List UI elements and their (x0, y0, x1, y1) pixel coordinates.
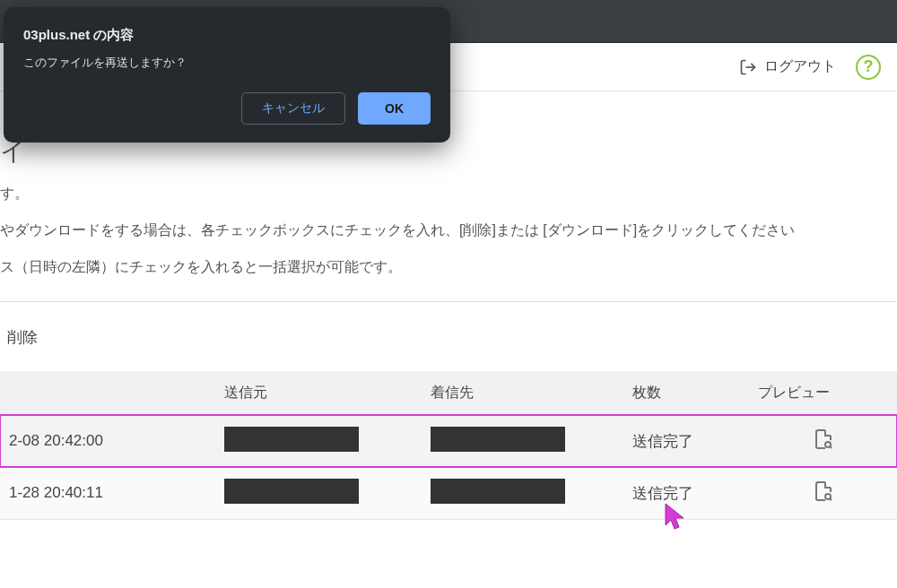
cell-preview (749, 415, 897, 467)
cell-status: 送信完了 (623, 467, 749, 519)
col-sender: 送信元 (215, 371, 422, 416)
table-row[interactable]: 2-08 20:42:00 送信完了 (0, 415, 897, 467)
redacted-recipient (431, 427, 565, 452)
logout-label: ログアウト (764, 57, 836, 76)
table-row[interactable]: 1-28 20:40:11 送信完了 (0, 467, 897, 519)
delete-label: 削除 (7, 327, 897, 348)
col-datetime (0, 371, 215, 416)
preview-icon[interactable] (813, 428, 834, 450)
cell-datetime: 2-08 20:42:00 (0, 415, 215, 467)
col-recipient: 着信先 (422, 371, 623, 416)
confirm-dialog: 03plus.net の内容 このファイルを再送しますか？ キャンセル OK (4, 7, 450, 143)
dialog-message: このファイルを再送しますか？ (23, 55, 431, 71)
preview-icon[interactable] (813, 480, 834, 502)
cell-preview (749, 467, 897, 519)
cell-datetime: 1-28 20:40:11 (0, 467, 215, 519)
cell-sender (215, 415, 422, 467)
dialog-title: 03plus.net の内容 (23, 27, 431, 44)
svg-line-4 (830, 498, 832, 500)
col-preview: プレビュー (749, 371, 897, 416)
redacted-recipient (431, 479, 565, 504)
svg-point-1 (825, 442, 831, 447)
logout-button[interactable]: ログアウト (739, 57, 836, 76)
cell-sender (215, 467, 422, 519)
divider (0, 301, 897, 302)
cell-status: 送信完了 (623, 415, 749, 467)
svg-line-2 (830, 446, 832, 448)
ok-button[interactable]: OK (358, 92, 431, 125)
redacted-sender (224, 479, 359, 504)
dialog-button-row: キャンセル OK (23, 92, 431, 125)
help-button[interactable]: ? (856, 55, 881, 80)
fax-table: 送信元 着信先 枚数 プレビュー 2-08 20:42:00 送信完了 (0, 371, 897, 520)
svg-point-3 (825, 494, 831, 499)
help-icon: ? (864, 57, 874, 76)
redacted-sender (224, 427, 359, 452)
cancel-button[interactable]: キャンセル (241, 92, 345, 125)
page-body: イ す。 やダウンロードをする場合は、各チェックボックスにチェックを入れ、[削除… (0, 91, 897, 520)
page-desc-1: す。 (0, 181, 897, 205)
table-header-row: 送信元 着信先 枚数 プレビュー (0, 371, 897, 416)
logout-icon (739, 58, 757, 76)
cell-recipient (422, 467, 623, 519)
col-count: 枚数 (623, 371, 749, 416)
cell-recipient (422, 415, 623, 467)
page-desc-2: やダウンロードをする場合は、各チェックボックスにチェックを入れ、[削除]または … (0, 218, 897, 242)
page-desc-3: ス（日時の左隣）にチェックを入れると一括選択が可能です。 (0, 255, 897, 279)
